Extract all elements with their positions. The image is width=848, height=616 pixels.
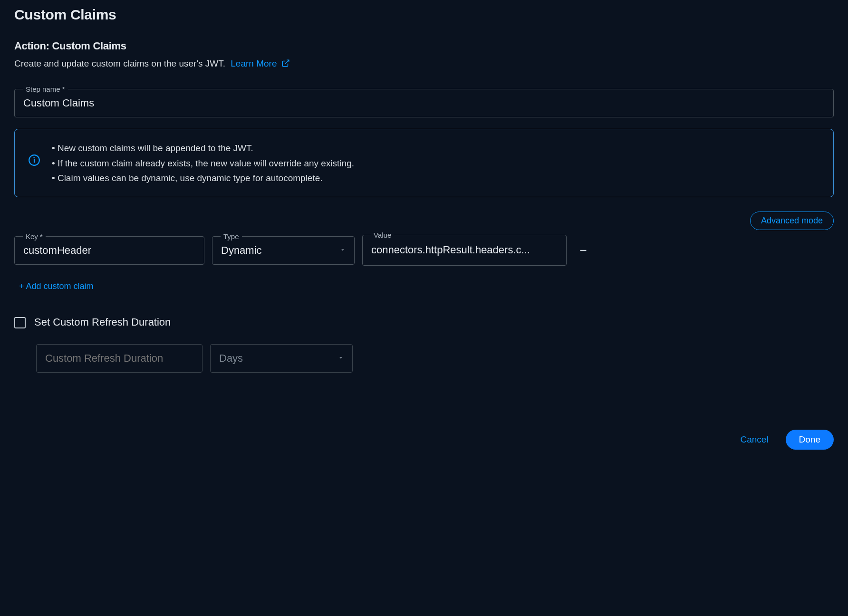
refresh-duration-row: Days bbox=[36, 344, 834, 373]
refresh-duration-checkbox[interactable] bbox=[14, 317, 26, 328]
claim-type-label: Type bbox=[221, 231, 242, 241]
step-name-input[interactable] bbox=[14, 89, 834, 117]
action-title: Action: Custom Claims bbox=[14, 39, 834, 54]
claim-key-field: Key * bbox=[14, 236, 204, 265]
learn-more-link[interactable]: Learn More bbox=[231, 58, 289, 68]
step-name-field: Step name * bbox=[14, 89, 834, 117]
page-title: Custom Claims bbox=[14, 5, 834, 25]
footer: Cancel Done bbox=[14, 430, 834, 450]
action-description: Create and update custom claims on the u… bbox=[14, 58, 225, 68]
info-line-1: • New custom claims will be appended to … bbox=[52, 141, 820, 155]
refresh-unit-select[interactable]: Days bbox=[210, 344, 353, 373]
minus-icon bbox=[578, 245, 588, 256]
done-button[interactable]: Done bbox=[786, 430, 834, 450]
remove-claim-button[interactable] bbox=[574, 241, 592, 260]
claim-key-label: Key * bbox=[23, 231, 46, 241]
action-description-row: Create and update custom claims on the u… bbox=[14, 58, 834, 70]
claim-row: Key * Type Dynamic Value connectors.http… bbox=[14, 235, 834, 266]
info-line-2: • If the custom claim already exists, th… bbox=[52, 156, 820, 171]
step-name-label: Step name * bbox=[23, 84, 68, 94]
add-custom-claim-button[interactable]: + Add custom claim bbox=[19, 281, 94, 291]
svg-point-3 bbox=[34, 157, 34, 158]
refresh-duration-input[interactable] bbox=[36, 344, 202, 373]
learn-more-label: Learn More bbox=[231, 58, 277, 68]
cancel-button[interactable]: Cancel bbox=[737, 434, 771, 445]
claim-value-label: Value bbox=[371, 230, 394, 240]
info-lines: • New custom claims will be appended to … bbox=[52, 141, 820, 185]
advanced-mode-button[interactable]: Advanced mode bbox=[750, 212, 834, 230]
info-box: • New custom claims will be appended to … bbox=[14, 129, 834, 197]
external-link-icon bbox=[281, 59, 290, 67]
refresh-unit-field: Days bbox=[210, 344, 353, 373]
info-line-3: • Claim values can be dynamic, use dynam… bbox=[52, 171, 820, 185]
refresh-duration-field bbox=[36, 344, 202, 373]
claim-type-field: Type Dynamic bbox=[212, 236, 355, 265]
refresh-checkbox-row: Set Custom Refresh Duration bbox=[14, 315, 834, 330]
svg-line-0 bbox=[285, 60, 289, 64]
refresh-duration-label: Set Custom Refresh Duration bbox=[34, 315, 171, 330]
info-icon bbox=[28, 154, 40, 170]
claim-value-field: Value connectors.httpResult.headers.c... bbox=[362, 235, 567, 266]
